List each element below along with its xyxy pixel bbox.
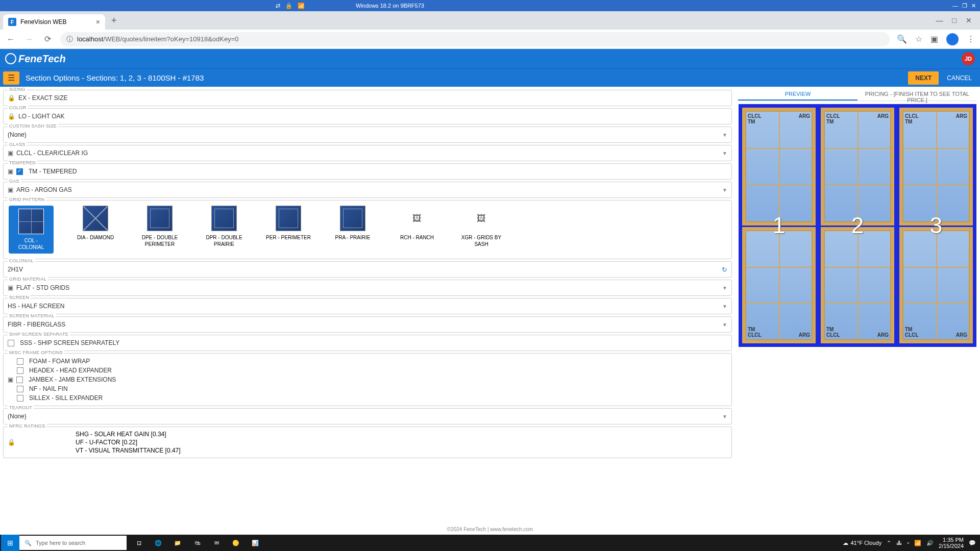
card-icon: ▣: [8, 186, 13, 193]
chevron-down-icon[interactable]: ▼: [722, 187, 727, 193]
field-glass[interactable]: GLASS ▣CLCL - CLEAR/CLEAR IG▼: [3, 145, 732, 161]
grid-option-double-prairie[interactable]: DPR - DOUBLE PRAIRIE: [202, 206, 247, 254]
notifications-icon[interactable]: 💬: [969, 540, 976, 546]
browser-tab-strip: F FeneVision WEB × + — □ ✕: [0, 11, 980, 30]
vm-window-controls[interactable]: —❐✕: [952, 3, 980, 9]
search-icon: 🔍: [24, 540, 32, 546]
start-button[interactable]: ⊞: [1, 535, 19, 551]
chevron-down-icon[interactable]: ▼: [722, 151, 727, 156]
chrome-icon[interactable]: 🟡: [227, 535, 245, 551]
tab-pricing[interactable]: PRICING - [FINISH ITEM TO SEE TOTAL PRIC…: [857, 87, 977, 101]
tab-title: FeneVision WEB: [20, 18, 67, 26]
grid-option-ranch[interactable]: 🖼RCH - RANCH: [395, 206, 439, 254]
hamburger-icon[interactable]: ☰: [3, 71, 19, 85]
field-grid-material[interactable]: GRID MATERIAL ▣FLAT - STD GRIDS▼: [3, 280, 732, 296]
field-screen-material[interactable]: SCREEN MATERIAL FIBR - FIBERGLASS▼: [3, 316, 732, 333]
bookmark-icon[interactable]: ☆: [915, 34, 922, 44]
info-icon: ⓘ: [66, 35, 73, 44]
back-icon[interactable]: ←: [5, 35, 16, 44]
taskbar-clock[interactable]: 1:35 PM2/15/2024: [939, 537, 964, 549]
edge-icon[interactable]: 🌐: [149, 535, 167, 551]
chevron-down-icon[interactable]: ▼: [722, 414, 727, 419]
task-view-icon[interactable]: ⊡: [130, 535, 148, 551]
sillex-checkbox[interactable]: [17, 395, 23, 402]
lock-icon: 🔒: [8, 439, 15, 446]
field-tempered[interactable]: TEMPERED ▣TM - TEMPERED: [3, 163, 732, 180]
tab-close-icon[interactable]: ×: [96, 18, 100, 26]
nailfin-checkbox[interactable]: [17, 386, 23, 392]
field-tearout[interactable]: TEAROUT (None)▼: [3, 408, 732, 424]
ship-screen-checkbox[interactable]: [8, 340, 14, 346]
tab-favicon: F: [8, 18, 16, 26]
chevron-down-icon[interactable]: ▼: [722, 132, 727, 138]
nfrc-shg: SHG - SOLAR HEAT GAIN [0.34]: [76, 430, 181, 438]
reload-icon[interactable]: ⟳: [42, 34, 53, 44]
grid-option-diamond[interactable]: DIA - DIAMOND: [73, 206, 118, 254]
grid-option-prairie[interactable]: PRA - PRAIRIE: [330, 206, 375, 254]
vm-title-bar: ⇄🔒📶 Windows 18.2 on 9BRF573 —❐✕: [0, 0, 980, 11]
field-custom-sash-size[interactable]: CUSTOM SASH SIZE (None)▼: [3, 127, 732, 143]
tray-app-icon[interactable]: ▫: [907, 540, 909, 546]
field-nfrc-ratings: NFRC RATINGS 🔒 SHG - SOLAR HEAT GAIN [0.…: [3, 427, 732, 458]
tray-wifi-icon[interactable]: 📶: [914, 540, 921, 546]
lock-icon: 🔒: [8, 94, 15, 102]
window-minimize-icon[interactable]: —: [936, 16, 943, 24]
url-host: localhost: [77, 35, 103, 43]
jambex-checkbox[interactable]: [16, 377, 23, 383]
globe-icon: [5, 53, 16, 64]
window-preview: 1 CLCL TM ARG TM CLCL ARG 2 CLCL TM ARG: [739, 104, 976, 347]
grid-option-double-perimeter[interactable]: DPE - DOUBLE PERIMETER: [137, 206, 182, 254]
field-gas[interactable]: GAS ▣ARG - ARGON GAS▼: [3, 182, 732, 198]
chevron-down-icon[interactable]: ▼: [722, 285, 727, 291]
nfrc-uf: UF - U-FACTOR [0.22]: [76, 438, 181, 446]
window-close-icon[interactable]: ✕: [966, 16, 972, 24]
profile-icon[interactable]: 👤: [946, 33, 959, 45]
tempered-checkbox[interactable]: [16, 168, 23, 175]
new-tab-button[interactable]: +: [105, 15, 123, 26]
grid-option-colonial[interactable]: COL - COLONIAL: [9, 206, 54, 254]
grid-option-perimeter[interactable]: PER - PERIMETER: [266, 206, 311, 254]
zoom-icon[interactable]: 🔍: [897, 34, 907, 44]
url-path: /WEB/quotes/lineitem?oKey=10918&odKey=0: [103, 35, 238, 43]
field-grid-pattern: GRID PATTERN COL - COLONIAL DIA - DIAMON…: [3, 200, 732, 259]
grid-option-grids-by-sash[interactable]: 🖼XGR - GRIDS BY SASH: [459, 206, 504, 254]
panel-icon[interactable]: ▣: [930, 34, 938, 44]
image-icon: 🖼: [469, 206, 494, 231]
foam-checkbox[interactable]: [17, 358, 23, 365]
store-icon[interactable]: 🛍: [188, 535, 206, 551]
tray-volume-icon[interactable]: 🔊: [926, 540, 934, 546]
weather-widget[interactable]: ☁41°F Cloudy: [843, 540, 882, 546]
field-screen[interactable]: SCREEN HS - HALF SCREEN▼: [3, 298, 732, 314]
user-avatar[interactable]: JD: [962, 52, 975, 65]
preview-panel: PREVIEW PRICING - [FINISH ITEM TO SEE TO…: [735, 87, 980, 524]
next-button[interactable]: NEXT: [908, 71, 939, 85]
options-form: SIZING 🔒EX - EXACT SIZE COLOR 🔒LO - LIGH…: [0, 87, 735, 524]
vm-icons: ⇄🔒📶: [0, 3, 305, 9]
url-input[interactable]: ⓘ localhost/WEB/quotes/lineitem?oKey=109…: [60, 32, 890, 46]
card-icon: ▣: [8, 149, 13, 157]
card-icon: ▣: [8, 168, 13, 175]
card-icon: ▣: [8, 376, 13, 383]
tray-network-icon[interactable]: 🖧: [896, 540, 902, 546]
vm-title: Windows 18.2 on 9BRF573: [305, 3, 952, 9]
field-misc-frame-options: MISC FRAME OPTIONS FOAM - FOAM WRAP HEAD…: [3, 353, 732, 406]
taskbar-search[interactable]: 🔍Type here to search: [19, 536, 127, 550]
field-ship-screen-separate[interactable]: SHIP SCREEN SEPARATE SSS - SHIP SCREEN S…: [3, 335, 732, 351]
app-logo[interactable]: FeneTech: [5, 53, 66, 65]
headex-checkbox[interactable]: [17, 367, 23, 374]
chevron-down-icon[interactable]: ▼: [722, 322, 727, 328]
forward-icon[interactable]: →: [23, 35, 35, 44]
menu-icon[interactable]: ⋮: [967, 34, 975, 44]
browser-tab[interactable]: F FeneVision WEB ×: [3, 14, 105, 30]
refresh-icon[interactable]: ↻: [722, 266, 727, 273]
explorer-icon[interactable]: 📁: [168, 535, 187, 551]
mail-icon[interactable]: ✉: [207, 535, 226, 551]
tab-preview[interactable]: PREVIEW: [738, 87, 857, 101]
window-maximize-icon[interactable]: □: [952, 16, 957, 24]
app-icon[interactable]: 📊: [246, 535, 264, 551]
cancel-button[interactable]: CANCEL: [942, 71, 977, 85]
tray-chevron-icon[interactable]: ⌃: [887, 540, 891, 546]
field-colonial[interactable]: COLONIAL 2H1V↻: [3, 261, 732, 278]
app-header: FeneTech JD: [0, 49, 980, 68]
chevron-down-icon[interactable]: ▼: [722, 304, 727, 309]
